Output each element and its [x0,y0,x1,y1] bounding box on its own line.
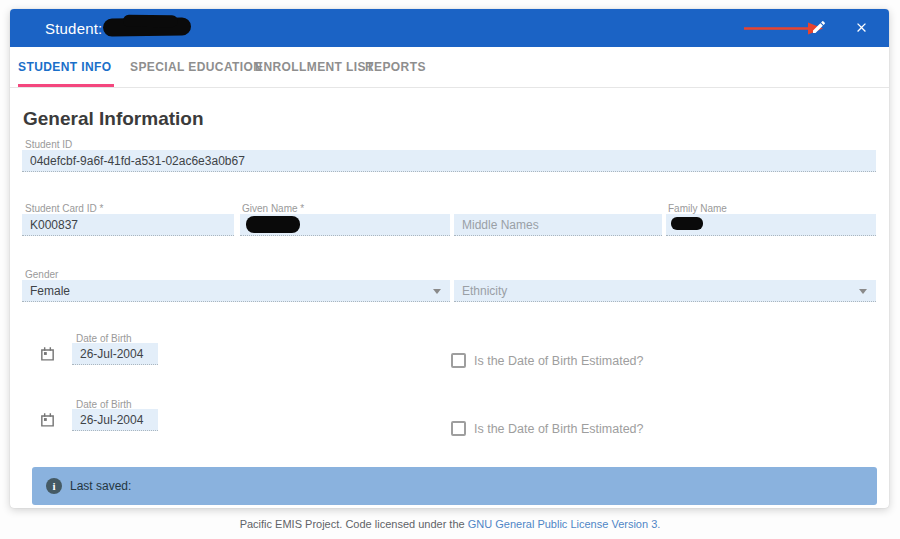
dialog-header: Student: [10,9,889,47]
close-icon [854,20,869,38]
redaction-blob [246,216,300,233]
middle-names-field[interactable] [454,214,662,236]
tab-bar: STUDENT INFO SPECIAL EDUCATION ENROLLMEN… [10,47,889,88]
datepicker-toggle[interactable] [39,411,56,428]
footer-text: Pacific EMIS Project. Code licensed unde… [240,518,468,530]
dob-estimated-checkbox[interactable] [451,421,466,436]
student-id-label: Student ID [25,139,72,150]
tab-student-info[interactable]: STUDENT INFO [18,47,111,87]
chevron-down-icon [433,289,441,294]
last-saved-banner: i Last saved: [32,467,877,505]
edit-button[interactable] [806,16,832,41]
redaction-blob [103,17,191,36]
page-footer: Pacific EMIS Project. Code licensed unde… [0,518,900,530]
datepicker-toggle[interactable] [39,345,56,362]
student-id-field[interactable] [22,150,876,172]
given-name-label: Given Name * [242,203,304,214]
family-name-label: Family Name [668,203,727,214]
chevron-down-icon [859,289,867,294]
tab-special-education[interactable]: SPECIAL EDUCATION [130,47,262,87]
close-button[interactable] [848,16,874,41]
pencil-icon [811,19,827,38]
dialog-title: Student: [45,20,102,37]
gender-label: Gender [25,269,58,280]
student-dialog: Student: STUDENT INFO SPECIAL EDUCATION … [10,9,889,508]
last-saved-text: Last saved: [70,479,131,493]
gpl-license-link[interactable]: GNU General Public License Version 3. [468,518,661,530]
student-card-id-label: Student Card ID * [25,203,103,214]
calendar-icon [39,350,56,365]
tab-reports[interactable]: REPORTS [365,47,426,87]
active-tab-underline [18,84,114,87]
ethnicity-select[interactable]: Ethnicity [454,280,876,302]
dob-estimated-label: Is the Date of Birth Estimated? [474,422,644,436]
section-title: General Information [23,108,204,130]
redaction-blob [671,217,703,230]
dob-field[interactable] [72,343,158,365]
dob-field[interactable] [72,409,158,431]
gender-value: Female [30,284,70,298]
dob-estimated-label: Is the Date of Birth Estimated? [474,354,644,368]
student-card-id-field[interactable] [22,214,234,236]
info-icon: i [46,478,62,494]
calendar-icon [39,416,56,431]
gender-select[interactable]: Female [22,280,450,302]
ethnicity-placeholder: Ethnicity [462,284,507,298]
tab-enrollment-list[interactable]: ENROLLMENT LIST [255,47,374,87]
dob-estimated-checkbox[interactable] [451,353,466,368]
